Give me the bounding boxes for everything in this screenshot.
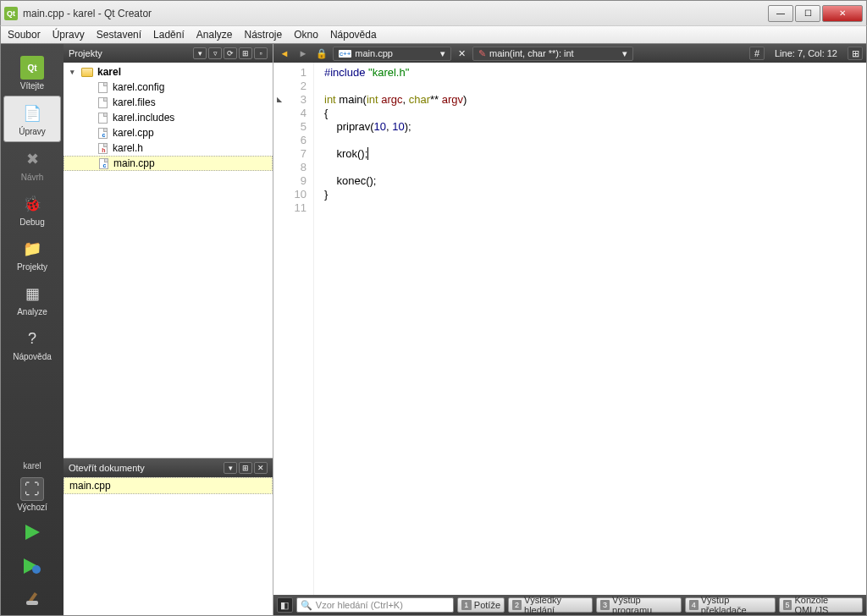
projekty-icon: 📁 <box>20 237 44 261</box>
close-button[interactable]: ✕ <box>822 5 863 22</box>
search-icon: 🔍 <box>301 600 312 611</box>
mode-úpravy[interactable]: 📄Úpravy <box>3 96 61 142</box>
menu-sestavení[interactable]: Sestavení <box>97 29 141 41</box>
tree-file[interactable]: karel.config <box>64 80 273 95</box>
cpp-icon: c++ <box>339 50 351 58</box>
output-tab-2[interactable]: 2Výsledky hledání <box>508 597 593 613</box>
menu-úpravy[interactable]: Úpravy <box>52 29 85 41</box>
mode-projekty[interactable]: 📁Projekty <box>3 232 61 277</box>
open-documents-panel: Otevřít dokumenty ▾ ⊞ ✕ main.cpp <box>64 458 273 615</box>
menu-soubor[interactable]: Soubor <box>8 29 41 41</box>
minimize-button[interactable]: — <box>768 5 793 22</box>
run-button[interactable] <box>18 520 47 544</box>
toggle-sidebar-button[interactable]: ◧ <box>277 597 293 613</box>
function-icon: ✎ <box>478 48 486 59</box>
back-button[interactable]: ◄ <box>277 47 292 60</box>
svg-point-2 <box>32 565 41 574</box>
project-tree: ▾ karel karel.configkarel.fileskarel.inc… <box>64 63 273 458</box>
output-tab-1[interactable]: 1Potíže <box>457 597 505 613</box>
menu-okno[interactable]: Okno <box>294 29 318 41</box>
tree-file[interactable]: main.cpp <box>64 156 273 171</box>
úpravy-icon: 📄 <box>20 102 44 125</box>
dropdown-icon[interactable]: ▾ <box>224 462 237 474</box>
cursor-position: Line: 7, Col: 12 <box>768 48 844 58</box>
titlebar: Qt main.cpp - karel - Qt Creator — ☐ ✕ <box>0 0 867 25</box>
file-icon <box>98 128 108 139</box>
file-icon <box>98 143 108 154</box>
window-title: main.cpp - karel - Qt Creator <box>23 8 768 19</box>
analyze-icon: ▦ <box>20 282 44 305</box>
symbol-selector[interactable]: ✎ main(int, char **): int ▾ <box>472 47 633 61</box>
forward-button[interactable]: ► <box>295 47 311 60</box>
folder-icon <box>81 68 93 77</box>
add-icon[interactable]: ▫ <box>254 47 268 59</box>
build-button[interactable] <box>18 588 47 612</box>
split-editor-button[interactable]: ⊞ <box>848 47 863 60</box>
locator-input[interactable]: 🔍 Vzor hledání (Ctrl+K) <box>296 597 454 613</box>
line-column-button[interactable]: # <box>749 47 765 60</box>
filter-icon[interactable]: ▿ <box>208 47 222 59</box>
file-icon <box>98 97 108 108</box>
output-tab-5[interactable]: 5Konzole QML/JS <box>779 597 864 613</box>
mode-analyze[interactable]: ▦Analyze <box>3 277 61 322</box>
maximize-button[interactable]: ☐ <box>795 5 820 22</box>
file-icon <box>98 113 108 124</box>
debug-icon: 🐞 <box>20 192 44 216</box>
close-tab-button[interactable]: ✕ <box>455 48 469 59</box>
kit-config[interactable]: ⛶ Výchozí <box>3 476 61 514</box>
split-icon[interactable]: ⊞ <box>239 462 252 474</box>
tree-file[interactable]: karel.h <box>64 140 273 156</box>
file-icon <box>98 82 108 93</box>
output-tab-4[interactable]: 4Výstup překladače <box>685 597 776 613</box>
code-editor[interactable]: 1234567891011 #include "karel.h"int main… <box>273 63 866 595</box>
bottom-bar: ◧ 🔍 Vzor hledání (Ctrl+K) 1Potíže2Výsled… <box>273 595 866 615</box>
mode-selector: QtVítejte📄Úpravy✖Návrh🐞Debug📁Projekty▦An… <box>1 44 64 615</box>
close-panel-icon[interactable]: ✕ <box>254 462 268 474</box>
open-doc-item[interactable]: main.cpp <box>64 477 273 494</box>
editor-area: ◄ ► 🔒 c++ main.cpp ▾ ✕ ✎ main(int, char … <box>273 44 866 615</box>
menu-analyze[interactable]: Analyze <box>196 29 233 41</box>
projects-panel-header: Projekty ▾ ▿ ⟳ ⊞ ▫ <box>64 44 273 63</box>
svg-rect-4 <box>26 601 38 605</box>
tree-file[interactable]: karel.includes <box>64 110 273 125</box>
menu-nástroje[interactable]: Nástroje <box>245 29 283 41</box>
tree-file[interactable]: karel.files <box>64 95 273 110</box>
svg-marker-0 <box>25 525 40 540</box>
editor-toolbar: ◄ ► 🔒 c++ main.cpp ▾ ✕ ✎ main(int, char … <box>273 44 866 63</box>
split-icon[interactable]: ⊞ <box>239 47 252 59</box>
mode-nápověda[interactable]: ?Nápověda <box>3 322 61 366</box>
menu-ladění[interactable]: Ladění <box>153 29 185 41</box>
mode-návrh[interactable]: ✖Návrh <box>3 142 61 187</box>
mode-debug[interactable]: 🐞Debug <box>3 187 61 232</box>
file-icon <box>99 158 108 169</box>
side-panel: Projekty ▾ ▿ ⟳ ⊞ ▫ ▾ karel karel.configk… <box>64 44 273 615</box>
vítejte-icon: Qt <box>20 56 44 80</box>
chevron-down-icon[interactable]: ▾ <box>622 48 627 59</box>
line-gutter: 1234567891011 <box>273 63 314 595</box>
tree-file[interactable]: karel.cpp <box>64 125 273 140</box>
output-tab-3[interactable]: 3Výstup programu <box>596 597 682 613</box>
dropdown-icon[interactable]: ▾ <box>193 47 207 59</box>
nápověda-icon: ? <box>20 327 44 350</box>
open-docs-header: Otevřít dokumenty ▾ ⊞ ✕ <box>64 459 273 477</box>
mode-vítejte[interactable]: QtVítejte <box>3 51 61 96</box>
lock-icon[interactable]: 🔒 <box>314 47 329 60</box>
menu-nápověda[interactable]: Nápověda <box>330 29 377 41</box>
run-debug-button[interactable] <box>18 554 47 578</box>
menubar: SouborÚpravySestaveníLaděníAnalyzeNástro… <box>0 25 867 44</box>
návrh-icon: ✖ <box>20 147 44 171</box>
tree-root[interactable]: ▾ karel <box>64 64 273 80</box>
sync-icon[interactable]: ⟳ <box>224 47 237 59</box>
expand-icon[interactable]: ▾ <box>70 68 80 76</box>
chevron-down-icon[interactable]: ▾ <box>440 48 445 59</box>
kit-project[interactable]: karel <box>1 459 64 472</box>
file-tab[interactable]: c++ main.cpp ▾ <box>333 47 451 61</box>
qt-icon: Qt <box>4 7 18 20</box>
